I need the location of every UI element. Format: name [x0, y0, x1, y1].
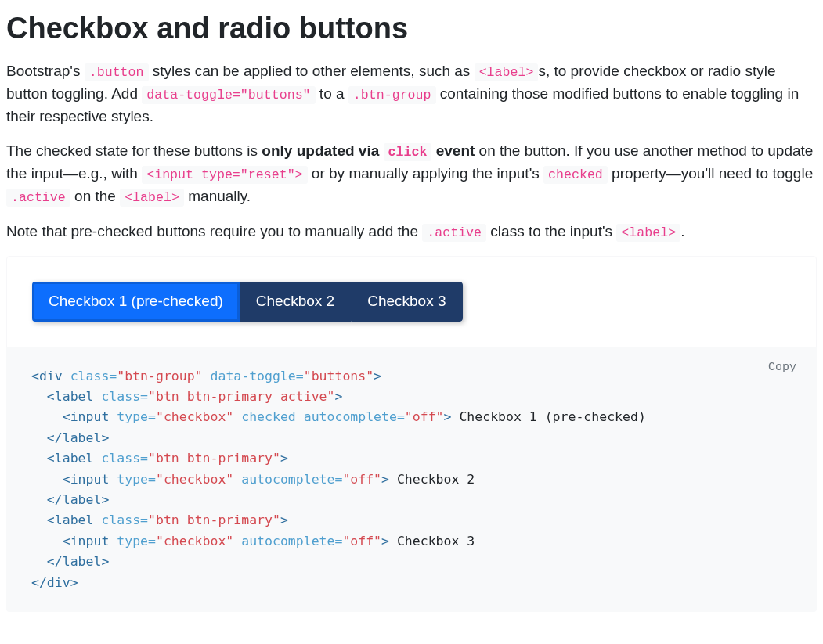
- paragraph-1: Bootstrap's .button styles can be applie…: [6, 60, 817, 128]
- checkbox-button-2[interactable]: Checkbox 2: [240, 282, 351, 322]
- code-input-reset: <input type="reset">: [142, 166, 307, 184]
- section-heading: Checkbox and radio buttons: [6, 6, 817, 51]
- paragraph-3: Note that pre-checked buttons require yo…: [6, 221, 817, 243]
- code-click: click: [384, 143, 432, 161]
- code-label2: <label>: [120, 189, 184, 207]
- button-group: Checkbox 1 (pre-checked) Checkbox 2 Chec…: [32, 282, 463, 322]
- code-btn-group: .btn-group: [348, 86, 436, 104]
- code-example: Copy <div class="btn-group" data-toggle=…: [6, 347, 817, 612]
- code-label: <label>: [475, 63, 539, 81]
- code-label3: <label>: [616, 224, 680, 242]
- code-button: .button: [85, 63, 149, 81]
- checkbox-button-1[interactable]: Checkbox 1 (pre-checked): [32, 282, 240, 322]
- code-checked: checked: [543, 166, 608, 184]
- live-example: Checkbox 1 (pre-checked) Checkbox 2 Chec…: [6, 256, 817, 347]
- code-pre: <div class="btn-group" data-toggle="butt…: [31, 366, 792, 593]
- copy-button[interactable]: Copy: [763, 360, 801, 375]
- checkbox-button-3[interactable]: Checkbox 3: [351, 282, 462, 322]
- code-active: .active: [6, 189, 70, 207]
- paragraph-2: The checked state for these buttons is o…: [6, 140, 817, 208]
- code-data-toggle: data-toggle="buttons": [142, 86, 315, 104]
- code-active2: .active: [422, 224, 486, 242]
- strong-only-updated: only updated via click event: [262, 142, 475, 159]
